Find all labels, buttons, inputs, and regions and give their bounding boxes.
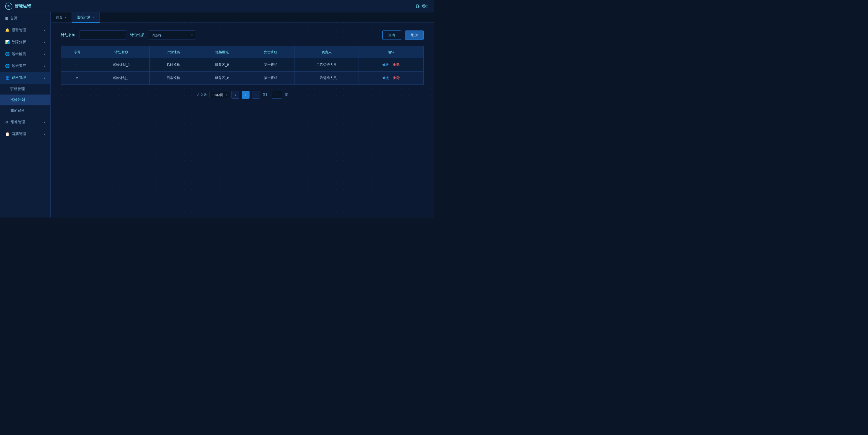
sidebar-item-alarm-label: 报警管理 [11, 28, 26, 33]
cell-plan-nature-1: 日常巡检 [150, 71, 197, 85]
sidebar-item-patrol-plan-label: 巡检计划 [10, 98, 25, 102]
fault-chevron-icon: ▾ [44, 41, 45, 44]
maintenance-chevron-icon: ▾ [44, 121, 45, 124]
cell-team-1: 第一班组 [247, 71, 295, 85]
sidebar: ⊞ 首页 🔔 报警管理 ▾ 📊 故障分析 ▾ 🌐 运维监测 [0, 12, 51, 218]
page-size-wrapper: 10条/页 20条/页 50条/页 ▾ [210, 92, 229, 98]
monitor-chevron-icon: ▾ [44, 53, 45, 56]
assets-icon: 🌐 [5, 64, 9, 68]
tab-home-close-icon[interactable]: × [65, 16, 66, 19]
page-label: 页 [285, 92, 288, 97]
sidebar-item-my-patrol-label: 我的巡检 [10, 108, 25, 113]
sidebar-item-team-label: 班组管理 [10, 87, 25, 91]
col-team: 负责班组 [247, 46, 295, 58]
sidebar-item-two-ticket-label: 两票管理 [11, 132, 26, 136]
sidebar-item-patrol-label: 巡检管理 [11, 75, 26, 80]
logout-button[interactable]: 退出 [416, 4, 429, 8]
cell-plan-name-1: 巡检计划_1 [93, 71, 150, 85]
plan-nature-label: 计划性质 [130, 33, 145, 37]
sidebar-item-maintenance[interactable]: ⚙ 维修管理 ▾ [0, 116, 51, 128]
maintenance-icon: ⚙ [5, 120, 8, 124]
pagination: 共 2 条 10条/页 20条/页 50条/页 ▾ ‹ 1 › 前往 页 [61, 91, 424, 99]
delete-button-0[interactable]: 删除 [392, 62, 401, 68]
table-row: 2 巡检计划_1 日常巡检 服务区_B 第一班组 二汽运维人员 修改 删除 [61, 71, 424, 85]
add-button[interactable]: 增加 [405, 30, 424, 40]
cell-index-1: 2 [61, 71, 93, 85]
page-size-select[interactable]: 10条/页 20条/页 50条/页 [210, 92, 229, 98]
sidebar-item-team[interactable]: 班组管理 [0, 84, 51, 95]
plan-nature-select-wrapper: 请选择 临时巡检 日常巡检 ▾ [149, 30, 195, 40]
cell-person-0: 二汽运维人员 [295, 58, 359, 71]
tab-home[interactable]: 首页 × [51, 12, 72, 23]
sidebar-item-alarm[interactable]: 🔔 报警管理 ▾ [0, 24, 51, 36]
cell-actions-0: 修改 删除 [359, 58, 424, 71]
delete-button-1[interactable]: 删除 [392, 75, 401, 81]
sidebar-item-patrol[interactable]: 👤 巡检管理 ▴ [0, 72, 51, 84]
sidebar-item-two-ticket[interactable]: 📋 两票管理 ▾ [0, 128, 51, 140]
current-page-button[interactable]: 1 [242, 91, 250, 99]
logout-icon [416, 4, 420, 8]
tab-patrol-plan-label: 巡检计划 [77, 15, 90, 20]
monitor-icon: 🌐 [5, 52, 9, 56]
tab-bar: 首页 × 巡检计划 × [51, 12, 434, 23]
logout-label: 退出 [422, 4, 429, 8]
goto-label: 前往 [262, 92, 269, 97]
goto-page-input[interactable] [272, 91, 282, 99]
edit-button-0[interactable]: 修改 [381, 62, 391, 68]
query-button[interactable]: 查询 [382, 30, 401, 40]
sidebar-item-fault[interactable]: 📊 故障分析 ▾ [0, 36, 51, 48]
plan-name-input[interactable] [80, 30, 126, 40]
patrol-icon: 👤 [5, 76, 9, 80]
col-person: 负责人 [295, 46, 359, 58]
main-layout: ⊞ 首页 🔔 报警管理 ▾ 📊 故障分析 ▾ 🌐 运维监测 [0, 12, 434, 218]
sidebar-item-home[interactable]: ⊞ 首页 [0, 12, 51, 24]
two-ticket-icon: 📋 [5, 132, 9, 136]
app-title: 智能运维 [14, 3, 31, 9]
cell-plan-name-0: 巡检计划_2 [93, 58, 150, 71]
sidebar-item-two-ticket-inner: 📋 两票管理 [5, 132, 26, 136]
tab-home-label: 首页 [56, 15, 63, 20]
data-table: 序号 计划名称 计划性质 巡检区域 负责班组 负责人 编辑 1 巡检计划_2 临… [61, 46, 424, 85]
assets-chevron-icon: ▾ [44, 65, 45, 67]
sidebar-item-alarm-inner: 🔔 报警管理 [5, 28, 26, 33]
table-header-row: 序号 计划名称 计划性质 巡检区域 负责班组 负责人 编辑 [61, 46, 424, 58]
content-area: 首页 × 巡检计划 × 计划名称 计划性质 请选择 临时巡检 日常巡检 [51, 12, 434, 218]
sidebar-item-maintenance-inner: ⚙ 维修管理 [5, 120, 25, 125]
tab-patrol-plan-close-icon[interactable]: × [92, 15, 94, 19]
cell-actions-1: 修改 删除 [359, 71, 424, 85]
cell-person-1: 二汽运维人员 [295, 71, 359, 85]
sidebar-item-monitor[interactable]: 🌐 运维监测 ▾ [0, 48, 51, 60]
cell-team-0: 第一班组 [247, 58, 295, 71]
col-plan-nature: 计划性质 [150, 46, 197, 58]
sidebar-item-maintenance-label: 维修管理 [10, 120, 25, 125]
sidebar-item-monitor-label: 运维监测 [11, 52, 26, 56]
sidebar-item-my-patrol[interactable]: 我的巡检 [0, 105, 51, 116]
svg-point-0 [5, 3, 12, 9]
sidebar-item-patrol-plan[interactable]: 巡检计划 [0, 95, 51, 105]
logo-icon [5, 3, 12, 10]
cell-index-0: 1 [61, 58, 93, 71]
fault-icon: 📊 [5, 40, 9, 44]
patrol-chevron-icon: ▴ [44, 76, 45, 79]
col-edit: 编辑 [359, 46, 424, 58]
edit-button-1[interactable]: 修改 [381, 75, 391, 81]
col-plan-name: 计划名称 [93, 46, 150, 58]
tab-patrol-plan[interactable]: 巡检计划 × [72, 12, 100, 23]
plan-nature-select[interactable]: 请选择 临时巡检 日常巡检 [149, 30, 195, 40]
cell-patrol-area-0: 服务区_B [197, 58, 247, 71]
cell-plan-nature-0: 临时巡检 [150, 58, 197, 71]
prev-page-button[interactable]: ‹ [231, 91, 239, 99]
sidebar-item-monitor-inner: 🌐 运维监测 [5, 52, 26, 56]
topbar: 智能运维 退出 [0, 0, 434, 12]
pagination-total: 共 2 条 [196, 92, 207, 97]
alarm-chevron-icon: ▾ [44, 29, 45, 32]
filter-bar: 计划名称 计划性质 请选择 临时巡检 日常巡检 ▾ 查询 增加 [61, 30, 424, 40]
plan-name-label: 计划名称 [61, 33, 75, 37]
home-icon: ⊞ [5, 16, 8, 21]
app-logo: 智能运维 [5, 3, 31, 10]
sidebar-item-assets[interactable]: 🌐 运维资产 ▾ [0, 60, 51, 72]
sidebar-item-assets-inner: 🌐 运维资产 [5, 64, 26, 68]
next-page-button[interactable]: › [252, 91, 260, 99]
sidebar-item-fault-label: 故障分析 [11, 40, 26, 44]
alarm-icon: 🔔 [5, 28, 9, 32]
